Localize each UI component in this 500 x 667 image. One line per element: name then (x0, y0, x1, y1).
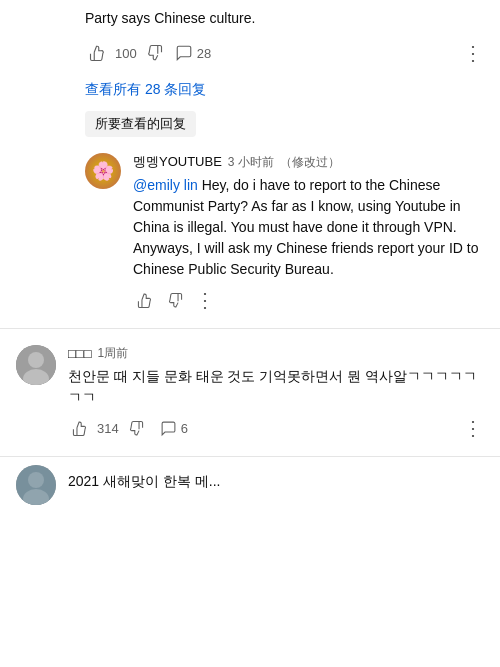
first-comment-action-bar: 100 28 ⋮ (0, 37, 500, 73)
divider (0, 328, 500, 329)
thumb-down-icon (145, 44, 163, 62)
second-comment-icon (160, 420, 177, 437)
reply-actions: ⋮ (133, 288, 484, 312)
second-thumb-up-icon (72, 420, 89, 437)
thumb-up-icon (89, 44, 107, 62)
reply-header: 멩멩YOUTUBE 3 小时前 （修改过） (133, 153, 484, 171)
next-comment-preview: 2021 새해맞이 한복 메... (0, 456, 500, 505)
second-comment-container: □□□ 1周前 천안문 때 지들 문화 태운 것도 기억못하면서 뭔 역사알ㄱㄱ… (0, 337, 500, 448)
second-comment-avatar (16, 345, 56, 385)
reply-thumb-down-icon (166, 292, 183, 309)
reply-text: @emily lin Hey, do i have to report to t… (133, 175, 484, 280)
reply-more-button[interactable]: ⋮ (195, 288, 216, 312)
second-more-button[interactable]: ⋮ (463, 416, 484, 440)
like-count: 100 (115, 46, 137, 61)
reply-content: 멩멩YOUTUBE 3 小时前 （修改过） @emily lin Hey, do… (133, 153, 484, 312)
comment-count-section: 28 (175, 44, 211, 62)
second-thumb-down-icon (127, 420, 144, 437)
reply-author: 멩멩YOUTUBE (133, 153, 222, 171)
second-like-button[interactable] (68, 418, 93, 439)
second-like-count: 314 (97, 421, 119, 436)
svg-point-4 (28, 472, 44, 488)
second-comment-text: 천안문 때 지들 문화 태운 것도 기억못하면서 뭔 역사알ㄱㄱㄱㄱㄱㄱㄱ (68, 366, 484, 408)
avatar-svg (16, 345, 56, 385)
svg-point-1 (28, 352, 44, 368)
reply-thumb-up-icon (137, 292, 154, 309)
reply-like-button[interactable] (133, 290, 158, 311)
second-comment-author: □□□ (68, 346, 92, 361)
second-dislike-button[interactable] (123, 418, 148, 439)
like-section: 100 (85, 42, 167, 64)
reply-edited: （修改过） (280, 154, 340, 171)
reply-mention[interactable]: @emily lin (133, 177, 198, 193)
top-text: Party says Chinese culture. (0, 0, 500, 37)
reply-time: 3 小时前 (228, 154, 274, 171)
second-comment-header: □□□ 1周前 (68, 345, 484, 362)
preview-text: 2021 새해맞이 한복 메... (68, 465, 220, 491)
view-replies-link[interactable]: 查看所有 28 条回复 (85, 81, 484, 99)
comment-count: 28 (197, 46, 211, 61)
second-comment-actions: 314 6 ⋮ (68, 416, 484, 440)
reply-container: 🌸 멩멩YOUTUBE 3 小时前 （修改过） @emily lin Hey, … (0, 145, 500, 320)
comment-icon (175, 44, 193, 62)
second-comment-count: 6 (181, 421, 188, 436)
reply-avatar: 🌸 (85, 153, 121, 189)
like-button[interactable] (85, 42, 111, 64)
preview-avatar-svg (16, 465, 56, 505)
dislike-button[interactable] (141, 42, 167, 64)
second-comment-time: 1周前 (98, 345, 129, 362)
second-comment-content: □□□ 1周前 천안문 때 지들 문화 태운 것도 기억못하면서 뭔 역사알ㄱㄱ… (68, 345, 484, 440)
reply-dislike-button[interactable] (162, 290, 187, 311)
preview-avatar (16, 465, 56, 505)
more-options-button[interactable]: ⋮ (463, 41, 484, 65)
second-comment-section: 6 (160, 420, 188, 437)
filter-chip: 所要查看的回复 (85, 111, 196, 137)
